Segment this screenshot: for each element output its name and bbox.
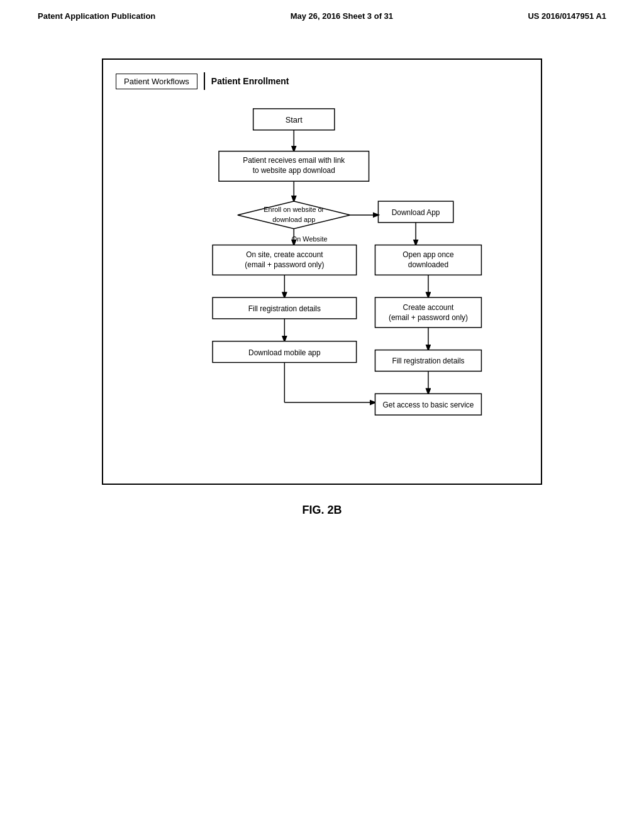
svg-text:Download mobile app: Download mobile app [248,348,321,357]
diagram-container: Patient Workflows Patient Enrollment Sta… [102,58,542,485]
tab-patient-enrollment: Patient Enrollment [211,76,289,86]
svg-text:Start: Start [286,115,303,124]
svg-text:Open app once: Open app once [402,250,454,259]
figure-label: FIG. 2B [0,504,644,517]
svg-text:(email + password only): (email + password only) [389,313,468,322]
page-header: Patent Application Publication May 26, 2… [0,0,644,21]
svg-text:downloaded: downloaded [408,260,448,269]
svg-text:download app: download app [272,216,315,223]
svg-text:(email + password only): (email + password only) [245,260,324,269]
svg-text:Patient receives email with li: Patient receives email with link [243,156,345,165]
svg-text:On site, create account: On site, create account [246,250,323,259]
svg-text:to website app download: to website app download [253,166,335,175]
flowchart-svg: Start Patient receives email with link t… [116,102,528,465]
svg-text:On Website: On Website [292,235,328,243]
svg-text:Fill registration details: Fill registration details [248,304,321,313]
svg-text:Get access to basic service: Get access to basic service [383,401,474,409]
tab-patient-workflows: Patient Workflows [116,74,197,89]
svg-text:Create account: Create account [403,303,454,312]
header-center: May 26, 2016 Sheet 3 of 31 [291,11,393,21]
diagram-header: Patient Workflows Patient Enrollment [116,72,528,90]
svg-text:Enroll on website or: Enroll on website or [264,206,324,213]
flowchart: Start Patient receives email with link t… [116,102,528,465]
tab-divider [204,72,205,90]
header-left: Patent Application Publication [38,11,155,21]
svg-text:Fill registration details: Fill registration details [392,357,464,365]
header-right: US 2016/0147951 A1 [528,11,606,21]
svg-text:Download App: Download App [392,208,440,217]
